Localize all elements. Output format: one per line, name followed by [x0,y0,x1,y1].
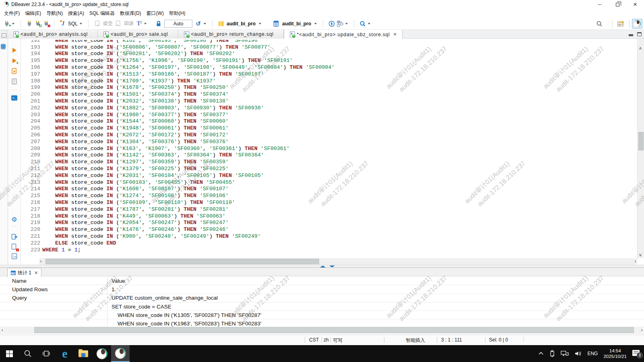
schema-dropdown[interactable] [314,23,317,25]
perspective-icon[interactable] [617,20,624,27]
network-tray-icon[interactable] [558,345,572,362]
menu-item-1[interactable]: 编辑(E) [25,10,41,17]
taskbar-clock[interactable]: 14:542025/10/21 [601,345,630,362]
editor-horizontal-scrollbar[interactable]: ‹ › [39,258,637,265]
maximize-view-button[interactable] [637,32,642,36]
start-button[interactable] [0,345,19,362]
code-line[interactable]: 218 WHEN store_code IN ('K449', 'SF00063… [21,213,637,220]
hidden-icons-chevron[interactable] [535,345,547,362]
export-result-button[interactable] [8,232,21,242]
menu-item-3[interactable]: 搜索(A) [68,10,84,17]
execute-statement-button[interactable] [8,45,21,56]
volume-tray-icon[interactable] [572,345,584,362]
file-explorer-icon[interactable] [74,345,93,362]
code-line[interactable]: 207 WHEN store_code IN ('K1304', 'SF0037… [21,138,637,145]
minimize-button[interactable]: ─ [591,0,609,9]
statusbar-grip[interactable]: ⋮ [521,336,526,341]
code-line[interactable]: 195 WHEN store_code IN ('K1756', 'K1996'… [21,57,637,64]
close-button[interactable]: ✕ [626,0,644,9]
search-db-dropdown[interactable] [368,23,370,25]
reconnect-icon[interactable]: ↻ [34,20,41,27]
settings-gear-button[interactable]: ⚙ [8,214,21,224]
transaction-log-icon[interactable]: ↺ [195,20,202,27]
code-line[interactable]: 223WHERE 1 = 1; [21,247,637,253]
tab-statistics[interactable]: 统计 1 ✕ [7,268,41,277]
code-line[interactable]: 212 WHEN store_code IN ('K2031', 'SF0010… [21,172,637,179]
schema-selector[interactable]: audit_bi_pro [282,21,311,27]
explain-dropdown[interactable] [345,23,348,25]
commit-button[interactable]: 提交 [93,20,113,27]
restore-button[interactable] [609,0,626,9]
menu-item-7[interactable]: 帮助(H) [169,10,186,17]
scroll-left-arrow[interactable]: ‹ [40,259,41,263]
code-line[interactable]: 204 WHEN store_code IN ('K1544', 'SF0006… [21,118,637,125]
code-line[interactable]: 217 WHEN store_code IN ('K1787', 'SF0028… [21,206,637,213]
transaction-log-dropdown[interactable] [204,23,206,25]
code-line[interactable]: 214 WHEN store_code IN ('K1608', 'SF0010… [21,186,637,193]
editor-tab-3[interactable]: *<audit_bi_pro> update_sbz_store.sql✕ [284,30,402,39]
open-console-button[interactable]: >_ [8,93,21,103]
code-line[interactable]: 193 WHEN store_code IN ('SF00806', 'SF00… [21,44,637,51]
scroll-down-arrow[interactable]: ˅ [639,253,642,257]
navigate-icon[interactable] [328,20,335,27]
menu-item-4[interactable]: SQL 编辑器 [89,10,115,17]
grid-row[interactable]: WHEN store_code IN ('K1305', 'SF00287') … [0,311,644,319]
rollback-button[interactable]: 回滚 [114,20,134,27]
sql-editor-dropdown[interactable] [80,23,82,25]
code-line[interactable]: 221 WHEN store_code IN ('K980', 'SF00248… [21,233,637,240]
code-line[interactable]: 210 WHEN store_code IN ('K1297', 'SF0035… [21,158,637,165]
scroll-right-arrow[interactable]: › [635,259,636,263]
menu-item-5[interactable]: 数据库(D) [120,10,141,17]
execute-new-tab-button[interactable]: + [8,56,21,66]
taskbar-search-icon[interactable] [19,345,37,362]
code-line[interactable]: 199 WHEN store_code IN ('K1678', 'SF0025… [21,84,637,91]
search-icon[interactable] [596,20,603,27]
search-db-icon[interactable] [359,20,366,27]
sql-editor-icon[interactable]: J [60,20,66,27]
database-navigator-icon[interactable] [0,43,6,50]
script-preview-button[interactable] [8,76,21,87]
panel-scroll-left-arrow[interactable]: ‹ [2,328,3,332]
code-line[interactable]: 201 WHEN store_code IN ('K2032', 'SF0013… [21,98,637,105]
code-line[interactable]: 205 WHEN store_code IN ('K1948', 'SF0006… [21,125,637,132]
code-area[interactable]: 192 WHEN store_code IN ('K162', 'SF00195… [21,40,637,258]
code-line[interactable]: 213 WHEN store_code IN ('SF00103', 'SF00… [21,179,637,186]
new-connection-dropdown[interactable] [12,23,14,25]
close-tab-icon[interactable]: ✕ [34,270,38,276]
scroll-up-arrow[interactable]: ˄ [639,47,642,51]
minimize-view-button[interactable] [629,34,633,36]
panel-horizontal-scrollbar[interactable]: ‹ › [0,327,644,334]
execute-script-button[interactable] [8,66,21,76]
grid-row[interactable]: SET store_code = CASE [0,302,644,311]
horizontal-scroll-thumb[interactable] [45,259,319,264]
action-center-icon[interactable]: 8 [630,345,644,362]
code-line[interactable]: 200 WHEN store_code IN ('K1501', 'SF0037… [21,91,637,98]
commit-mode-select[interactable]: Auto [164,20,192,28]
connection-icon[interactable] [217,20,224,27]
editor-tab-0[interactable]: <audit_bi_pro> analysis.sql [8,30,98,39]
menu-item-2[interactable]: 导航(N) [46,10,63,17]
save-file-button[interactable]: ! [8,241,21,252]
sql-editor-label[interactable]: SQL [68,21,78,27]
dbeaver-perspective-button[interactable] [632,19,642,29]
code-line[interactable]: 211 WHEN store_code IN ('K1379', 'SF0022… [21,165,637,172]
code-line[interactable]: 197 WHEN store_code IN ('K1513', 'SF0018… [21,71,637,78]
grid-row[interactable]: Updated Rows1 [0,285,644,294]
code-line[interactable]: 206 WHEN store_code IN ('K2072', 'SF0017… [21,132,637,138]
code-line[interactable]: 196 WHEN store_code IN ('K1264', 'SF0019… [21,64,637,71]
editor-tab-2[interactable]: <audit_bi_pro> return_change.sql [178,30,284,39]
close-tab-icon[interactable]: ✕ [393,32,397,37]
code-line[interactable]: 203 WHEN store_code IN ('K1980', 'SF0037… [21,111,637,118]
connect-icon[interactable] [26,20,33,27]
word-wrap-button[interactable]: (ω) [8,251,21,261]
vertical-scroll-thumb[interactable] [638,132,644,150]
transaction-mode-icon[interactable]: T [135,20,142,27]
language-indicator[interactable]: ENG [584,345,601,362]
grid-row[interactable]: QueryUPDATE custom_online_sale_change_lo… [0,294,644,302]
code-line[interactable]: 209 WHEN store_code IN ('K1142', 'SF0036… [21,152,637,159]
transaction-dropdown[interactable] [144,23,147,25]
code-line[interactable]: 192 WHEN store_code IN ('K162', 'SF00195… [21,40,637,44]
schema-icon[interactable] [273,20,280,27]
panel-scroll-thumb[interactable] [34,327,634,333]
code-line[interactable]: 222 ELSE store_code END [21,240,637,247]
